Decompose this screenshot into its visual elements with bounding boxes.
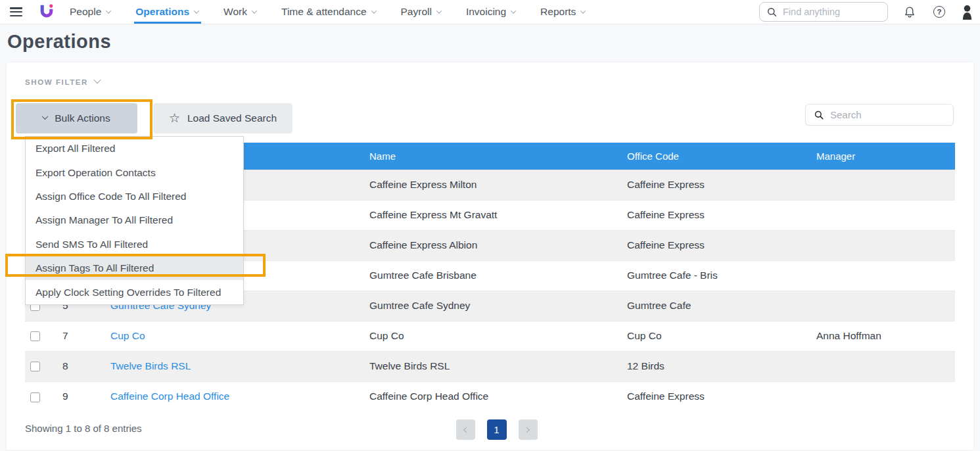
menu-item-apply-clock-setting-overrides[interactable]: Apply Clock Setting Overrides To Filtere… xyxy=(26,280,243,304)
nav-reports[interactable]: Reports xyxy=(540,0,585,24)
chevron-down-icon xyxy=(511,8,516,13)
nav-people[interactable]: People xyxy=(70,0,110,24)
table-search xyxy=(805,104,954,126)
show-filter-toggle[interactable]: SHOW FILTER xyxy=(25,78,100,86)
chevron-down-icon xyxy=(580,8,586,13)
row-checkbox[interactable] xyxy=(30,331,40,341)
nav-invoicing[interactable]: Invoicing xyxy=(466,0,515,24)
menu-item-assign-tags[interactable]: Assign Tags To All Filtered xyxy=(26,256,243,280)
menu-item-export-operation-contacts[interactable]: Export Operation Contacts xyxy=(26,160,243,184)
menu-item-assign-manager[interactable]: Assign Manager To All Filtered xyxy=(26,208,243,232)
next-page-button[interactable] xyxy=(519,419,538,440)
chevron-down-icon xyxy=(436,8,442,13)
header-name: Name xyxy=(368,143,626,170)
header-office-code: Office Code xyxy=(626,143,815,170)
operations-card: SHOW FILTER Bulk Actions ☆ Load Saved Se… xyxy=(7,62,973,450)
operation-link[interactable]: Twelve Birds RSL xyxy=(110,360,191,371)
nav-operations[interactable]: Operations xyxy=(135,0,198,24)
header-manager: Manager xyxy=(815,143,955,170)
chevron-down-icon xyxy=(106,8,111,13)
topbar: People Operations Work Time & attendance… xyxy=(0,0,980,24)
global-search-input[interactable] xyxy=(783,7,875,17)
bulk-actions-button[interactable]: Bulk Actions xyxy=(16,103,137,133)
operation-link[interactable]: Cup Co xyxy=(110,330,145,341)
hamburger-menu-icon[interactable] xyxy=(10,7,22,16)
menu-item-export-all-filtered[interactable]: Export All Filtered xyxy=(26,137,243,160)
chevron-down-icon xyxy=(42,113,49,120)
chevron-down-icon xyxy=(93,76,101,83)
page-1-button[interactable]: 1 xyxy=(487,419,507,440)
chevron-down-icon xyxy=(371,8,376,13)
chevron-down-icon xyxy=(194,8,199,13)
star-icon: ☆ xyxy=(169,112,180,124)
table-row: 7 Cup Co Cup Co Cup Co Anna Hoffman xyxy=(25,321,955,351)
chevron-left-icon xyxy=(463,427,469,432)
table-row: 8 Twelve Birds RSL Twelve Birds RSL 12 B… xyxy=(25,351,955,381)
nav-time-attendance[interactable]: Time & attendance xyxy=(281,0,376,24)
bulk-actions-menu: Export All Filtered Export Operation Con… xyxy=(25,136,244,305)
table-search-input[interactable] xyxy=(830,109,935,120)
table-row: 9 Caffeine Corp Head Office Caffeine Cor… xyxy=(25,381,955,412)
operation-link[interactable]: Caffeine Corp Head Office xyxy=(110,391,229,402)
app-logo-icon[interactable] xyxy=(39,3,54,20)
nav-payroll[interactable]: Payroll xyxy=(401,0,441,24)
chevron-down-icon xyxy=(252,8,257,13)
row-checkbox[interactable] xyxy=(30,392,40,402)
entries-summary: Showing 1 to 8 of 8 entries xyxy=(25,423,142,434)
notifications-bell-icon[interactable] xyxy=(904,6,916,18)
menu-item-send-sms[interactable]: Send SMS To All Filtered xyxy=(26,233,243,256)
pagination: 1 xyxy=(456,419,538,440)
menu-item-assign-office-code[interactable]: Assign Office Code To All Filtered xyxy=(26,185,243,208)
chevron-right-icon xyxy=(524,427,529,432)
user-avatar[interactable] xyxy=(960,4,974,20)
prev-page-button[interactable] xyxy=(456,419,475,440)
help-icon[interactable] xyxy=(933,6,945,18)
search-icon xyxy=(767,7,777,17)
global-search xyxy=(759,2,888,22)
main-nav: People Operations Work Time & attendance… xyxy=(70,0,585,24)
row-checkbox[interactable] xyxy=(30,362,40,371)
nav-work[interactable]: Work xyxy=(223,0,256,24)
search-icon xyxy=(814,110,824,120)
page-title: Operations xyxy=(7,31,111,53)
load-saved-search-button[interactable]: ☆ Load Saved Search xyxy=(153,103,292,133)
